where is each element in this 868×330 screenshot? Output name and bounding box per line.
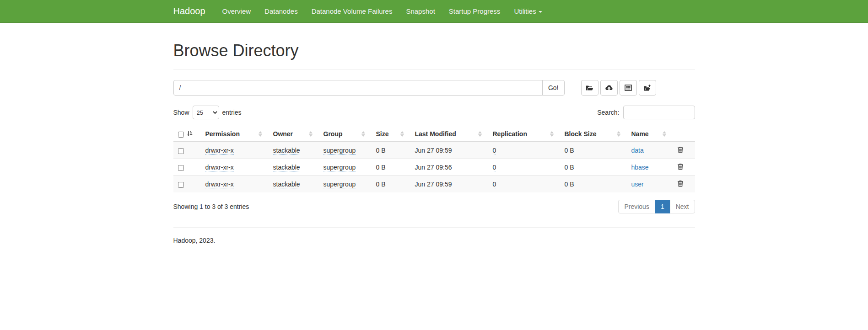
- column-header-name[interactable]: Name: [628, 127, 674, 142]
- column-header-group[interactable]: Group: [320, 127, 372, 142]
- actions-cell: [674, 142, 695, 159]
- path-input-group: Go!: [173, 80, 565, 96]
- column-header-block-size[interactable]: Block Size: [561, 127, 628, 142]
- permission-editable[interactable]: drwxr-xr-x: [205, 181, 234, 188]
- pagination-page-1[interactable]: 1: [655, 200, 670, 213]
- owner-editable[interactable]: stackable: [273, 164, 300, 171]
- entries-label: entries: [222, 109, 242, 116]
- column-header-replication[interactable]: Replication: [489, 127, 561, 142]
- replication-editable[interactable]: 0: [493, 181, 496, 188]
- name-cell: user: [628, 176, 674, 193]
- path-bar: Go!: [173, 80, 695, 96]
- table-controls: Show 25 entries Search:: [173, 106, 695, 119]
- select-all-header[interactable]: [173, 127, 202, 142]
- group-editable[interactable]: supergroup: [323, 164, 356, 171]
- replication-cell: 0: [489, 176, 561, 193]
- group-cell: supergroup: [320, 142, 372, 159]
- column-label: Replication: [493, 130, 527, 138]
- column-label: Name: [631, 130, 649, 138]
- paste-button[interactable]: [620, 80, 637, 96]
- column-header-permission[interactable]: Permission: [202, 127, 270, 142]
- table-header-row: PermissionOwnerGroupSizeLast ModifiedRep…: [173, 127, 695, 142]
- directory-link-hbase[interactable]: hbase: [631, 164, 649, 171]
- column-label: Owner: [273, 130, 293, 138]
- actions-cell: [674, 176, 695, 193]
- sort-icon: [400, 131, 404, 137]
- search-input[interactable]: [623, 106, 695, 119]
- block-size-value: 0 B: [565, 164, 574, 171]
- replication-editable[interactable]: 0: [493, 147, 496, 154]
- permission-editable[interactable]: drwxr-xr-x: [205, 147, 234, 154]
- go-button[interactable]: Go!: [542, 80, 565, 96]
- search-label: Search:: [597, 109, 619, 116]
- nav-item-snapshot[interactable]: Snapshot: [399, 0, 442, 23]
- pagination-previous[interactable]: Previous: [618, 200, 655, 213]
- replication-editable[interactable]: 0: [493, 164, 496, 171]
- directory-link-data[interactable]: data: [631, 147, 644, 154]
- column-label: Permission: [205, 130, 240, 138]
- nav-item-label: Snapshot: [406, 7, 435, 15]
- row-checkbox[interactable]: [178, 165, 184, 171]
- column-header-size[interactable]: Size: [372, 127, 411, 142]
- name-cell: hbase: [628, 159, 674, 176]
- brand-hadoop[interactable]: Hadoop: [173, 6, 205, 16]
- nav-item-datanodes[interactable]: Datanodes: [258, 0, 305, 23]
- trash-icon[interactable]: [677, 163, 684, 171]
- group-cell: supergroup: [320, 176, 372, 193]
- row-select-cell: [173, 176, 202, 193]
- nav-item-label: Datanodes: [264, 7, 298, 15]
- sort-icon: [309, 131, 313, 137]
- table-row: drwxr-xr-xstackablesupergroup0 BJun 27 0…: [173, 142, 695, 159]
- table-search: Search:: [597, 106, 695, 119]
- sort-icon: [361, 131, 365, 137]
- owner-cell: stackable: [270, 176, 320, 193]
- column-header-last-modified[interactable]: Last Modified: [411, 127, 489, 142]
- trash-icon[interactable]: [677, 180, 684, 188]
- nav-item-startup-progress[interactable]: Startup Progress: [442, 0, 507, 23]
- actions-header: [674, 127, 695, 142]
- owner-cell: stackable: [270, 159, 320, 176]
- directory-link-user[interactable]: user: [631, 181, 644, 188]
- permission-editable[interactable]: drwxr-xr-x: [205, 164, 234, 171]
- sort-icon: [617, 131, 620, 137]
- group-editable[interactable]: supergroup: [323, 147, 356, 154]
- sort-icon: [478, 131, 482, 137]
- title-divider: [173, 69, 695, 70]
- show-label: Show: [173, 109, 189, 116]
- group-editable[interactable]: supergroup: [323, 181, 356, 188]
- column-label: Block Size: [565, 130, 597, 138]
- sort-icon: [259, 131, 262, 137]
- row-checkbox[interactable]: [178, 182, 184, 188]
- last-modified-value: Jun 27 09:59: [415, 181, 452, 188]
- column-label: Group: [323, 130, 343, 138]
- size-cell: 0 B: [372, 159, 411, 176]
- folder-open-icon: [586, 85, 593, 91]
- create-directory-button[interactable]: [581, 80, 598, 96]
- owner-editable[interactable]: stackable: [273, 147, 300, 154]
- owner-editable[interactable]: stackable: [273, 181, 300, 188]
- footer-divider: [173, 227, 695, 228]
- move-button[interactable]: [639, 80, 656, 96]
- last-modified-value: Jun 27 09:59: [415, 147, 452, 154]
- select-all-checkbox[interactable]: [178, 132, 184, 138]
- block-size-cell: 0 B: [561, 142, 628, 159]
- group-cell: supergroup: [320, 159, 372, 176]
- row-select-cell: [173, 159, 202, 176]
- nav-item-utilities[interactable]: Utilities: [507, 0, 549, 23]
- file-actions-toolbar: [581, 80, 656, 96]
- actions-cell: [674, 159, 695, 176]
- upload-files-button[interactable]: [600, 80, 618, 96]
- pagination-next[interactable]: Next: [670, 200, 695, 213]
- permission-cell: drwxr-xr-x: [202, 159, 270, 176]
- column-label: Last Modified: [415, 130, 456, 138]
- row-select-cell: [173, 142, 202, 159]
- pagination: Previous 1 Next: [618, 200, 695, 213]
- permission-cell: drwxr-xr-x: [202, 176, 270, 193]
- nav-item-datanode-volume-failures[interactable]: Datanode Volume Failures: [305, 0, 399, 23]
- row-checkbox[interactable]: [178, 148, 184, 154]
- trash-icon[interactable]: [677, 146, 684, 154]
- nav-item-overview[interactable]: Overview: [216, 0, 258, 23]
- column-header-owner[interactable]: Owner: [270, 127, 320, 142]
- page-length-select[interactable]: 25: [193, 106, 219, 119]
- directory-path-input[interactable]: [173, 80, 543, 96]
